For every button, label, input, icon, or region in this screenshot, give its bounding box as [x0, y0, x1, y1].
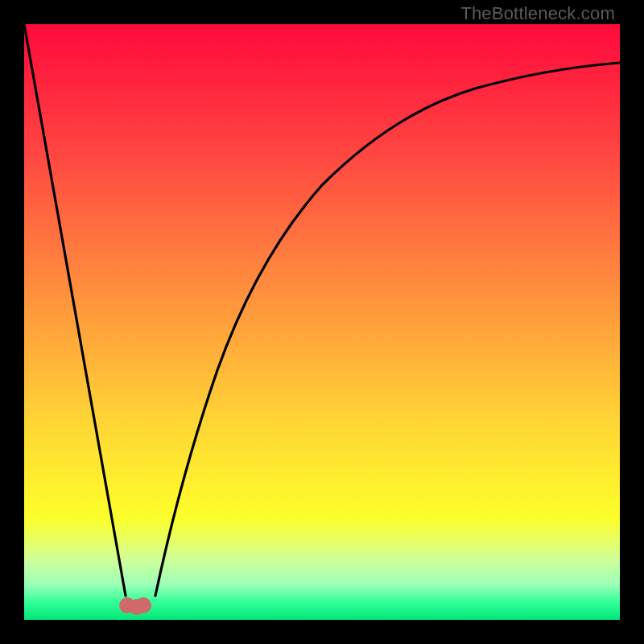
plot-area [24, 24, 620, 620]
watermark-text: TheBottleneck.com [460, 3, 615, 24]
curve-layer [24, 24, 620, 620]
marker-dot [135, 597, 151, 613]
right-curve [155, 63, 620, 596]
optimum-marker [119, 596, 151, 615]
chart-frame: TheBottleneck.com [0, 0, 644, 644]
left-line [24, 24, 126, 596]
